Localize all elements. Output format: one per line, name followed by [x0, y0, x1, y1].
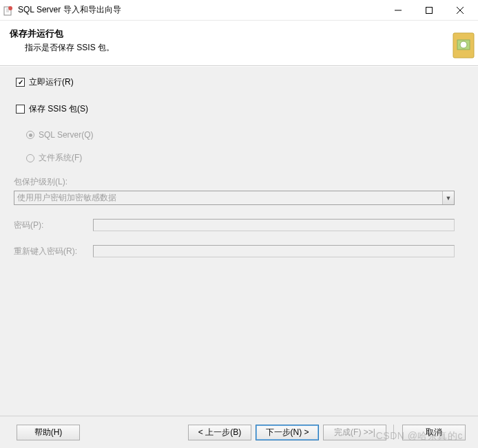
cancel-button[interactable]: 取消 — [402, 425, 466, 440]
back-button-label: < 上一步(B) — [198, 427, 241, 438]
retype-password-input — [93, 245, 455, 257]
svg-rect-3 — [426, 7, 432, 13]
page-subtitle: 指示是否保存 SSIS 包。 — [25, 42, 468, 54]
window-controls — [382, 1, 475, 20]
help-button-label: 帮助(H) — [34, 427, 63, 438]
run-now-checkbox[interactable] — [16, 78, 25, 87]
window-title: SQL Server 导入和导出向导 — [18, 4, 382, 16]
target-sqlserver-row: SQL Server(Q) — [26, 130, 464, 140]
save-ssis-checkbox[interactable] — [16, 105, 25, 114]
svg-point-8 — [460, 41, 467, 48]
close-button[interactable] — [444, 1, 475, 20]
password-row: 密码(P): — [14, 219, 464, 231]
save-ssis-label: 保存 SSIS 包(S) — [29, 103, 88, 115]
target-sqlserver-radio — [26, 131, 34, 139]
save-ssis-row[interactable]: 保存 SSIS 包(S) — [16, 103, 464, 115]
back-button[interactable]: < 上一步(B) — [188, 425, 251, 440]
maximize-button[interactable] — [413, 1, 444, 20]
password-label: 密码(P): — [14, 220, 93, 231]
minimize-button[interactable] — [382, 1, 413, 20]
titlebar: SQL Server 导入和导出向导 — [0, 0, 478, 21]
button-bar: 帮助(H) < 上一步(B) 下一步(N) > 完成(F) >>| 取消 — [0, 416, 478, 448]
chevron-down-icon: ▼ — [442, 191, 454, 204]
header-graphic-icon — [439, 26, 478, 65]
protection-level-value: 使用用户密钥加密敏感数据 — [14, 192, 442, 204]
protection-level-dropdown: 使用用户密钥加密敏感数据 ▼ — [14, 191, 455, 205]
target-filesystem-label: 文件系统(F) — [39, 152, 82, 164]
help-button[interactable]: 帮助(H) — [17, 425, 80, 440]
cancel-button-label: 取消 — [426, 427, 442, 438]
run-now-label: 立即运行(R) — [29, 76, 74, 88]
finish-button: 完成(F) >>| — [323, 425, 386, 440]
separator — [393, 425, 394, 440]
protection-level-label: 包保护级别(L): — [14, 176, 464, 188]
page-title: 保存并运行包 — [10, 28, 468, 40]
password-input — [93, 219, 455, 231]
run-now-row[interactable]: 立即运行(R) — [16, 76, 464, 88]
app-icon — [3, 5, 14, 16]
content-area: 立即运行(R) 保存 SSIS 包(S) SQL Server(Q) 文件系统(… — [0, 66, 478, 416]
wizard-header: 保存并运行包 指示是否保存 SSIS 包。 — [0, 21, 478, 66]
finish-button-label: 完成(F) >>| — [334, 427, 375, 438]
next-button[interactable]: 下一步(N) > — [256, 425, 319, 440]
target-filesystem-row: 文件系统(F) — [26, 152, 464, 164]
target-filesystem-radio — [26, 154, 34, 162]
svg-point-1 — [8, 6, 12, 10]
next-button-label: 下一步(N) > — [266, 427, 309, 438]
target-sqlserver-label: SQL Server(Q) — [39, 130, 94, 140]
retype-password-label: 重新键入密码(R): — [14, 246, 93, 257]
retype-password-row: 重新键入密码(R): — [14, 245, 464, 257]
